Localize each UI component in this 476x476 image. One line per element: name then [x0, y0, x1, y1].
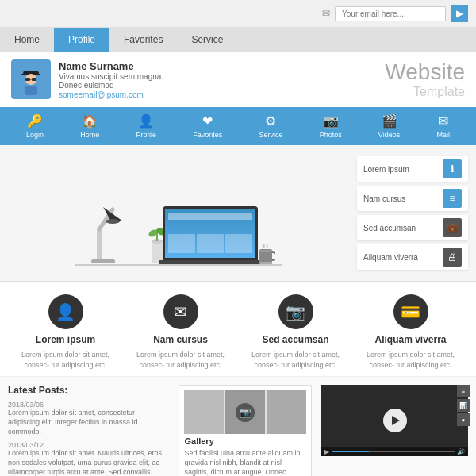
icon-nav-videos[interactable]: 🎬 Videos: [378, 113, 400, 139]
icon-nav-favorites[interactable]: ❤ Favorites: [193, 113, 222, 139]
features-section: 👤 Lorem ipsum Lorem ipsum dolor sit amet…: [0, 282, 476, 376]
video-box: ▶ 🔊: [321, 385, 468, 456]
email-submit-button[interactable]: ▶: [451, 5, 468, 22]
hero-section: Lorem ipsum ℹ Nam cursus ≡ Sed accumsan …: [0, 145, 476, 282]
feature-text-4: Lorem ipsum dolor sit amet, consec- tur …: [359, 350, 463, 370]
feature-text-1: Lorem ipsum dolor sit amet, consec- tur …: [14, 350, 117, 370]
gallery-label: Gallery: [184, 436, 306, 446]
camera-icon: 📷: [323, 113, 339, 129]
icon-nav-profile-label: Profile: [136, 131, 157, 139]
cup-illustration: [258, 244, 275, 265]
icon-nav-favorites-label: Favorites: [193, 131, 222, 139]
screen-top-bar: [168, 213, 252, 220]
feature-title-1: Lorem ipsum: [36, 334, 95, 345]
profile-left: Name Surname Vivamus suscipit sem magna.…: [11, 60, 163, 99]
profile-section: Name Surname Vivamus suscipit sem magna.…: [0, 52, 476, 107]
desk-line: [75, 264, 282, 266]
icon-nav-home-label: Home: [80, 131, 99, 139]
svg-rect-9: [97, 229, 102, 259]
video-controls: ▶ 🔊: [321, 447, 468, 456]
nav-profile[interactable]: Profile: [54, 28, 109, 52]
website-title: Website Template: [385, 60, 465, 99]
hero-sidebar-label-3: Sed accumsan: [363, 224, 439, 232]
hero-sidebar-label-1: Lorem ipsum: [363, 165, 439, 174]
profile-email[interactable]: someemail@ipsum.com: [59, 90, 144, 99]
website-title-main: Website: [385, 60, 465, 85]
screen-block-3: [225, 234, 252, 253]
profile-icon: 👤: [138, 113, 154, 129]
video-side-btn-3[interactable]: ●: [457, 413, 470, 426]
icon-nav: 🔑 Login 🏠 Home 👤 Profile ❤ Favorites ⚙ S…: [0, 107, 476, 145]
feature-title-2: Nam cursus: [153, 334, 208, 345]
hero-sidebar-icon-3: 💼: [443, 218, 462, 237]
hero-sidebar-label-4: Aliquam viverra: [363, 253, 439, 262]
play-button[interactable]: [383, 409, 407, 432]
nav-favorites[interactable]: Favorites: [109, 28, 177, 52]
laptop-screen-inner: [165, 209, 255, 258]
hero-sidebar-item-1[interactable]: Lorem ipsum ℹ: [357, 156, 468, 182]
nav-home[interactable]: Home: [0, 28, 54, 52]
post-text-2: Lorem ipsum dolor sit amet. Mauris ultri…: [8, 449, 167, 476]
volume-icon: 🔊: [457, 448, 465, 455]
feature-lorem-ipsum: 👤 Lorem ipsum Lorem ipsum dolor sit amet…: [14, 294, 117, 370]
email-input[interactable]: [335, 6, 446, 21]
mail-icon: ✉: [438, 113, 448, 129]
heart-icon: ❤: [202, 113, 213, 129]
profile-status: Donec euismod: [59, 81, 163, 90]
svg-rect-8: [91, 259, 115, 263]
feature-nam-cursus: ✉ Nam cursus Lorem ipsum dolor sit amet,…: [129, 294, 232, 370]
icon-nav-photos[interactable]: 📷 Photos: [320, 113, 342, 139]
icon-nav-home[interactable]: 🏠 Home: [80, 113, 99, 139]
gallery-strip-1: [184, 390, 224, 434]
hero-image: [8, 156, 349, 270]
feature-icon-mail: ✉: [163, 294, 198, 329]
hero-sidebar-item-2[interactable]: Nam cursus ≡: [357, 186, 468, 211]
icon-nav-videos-label: Videos: [378, 131, 400, 139]
icon-nav-service[interactable]: ⚙ Service: [259, 113, 282, 139]
svg-rect-5: [32, 78, 36, 81]
key-icon: 🔑: [27, 113, 43, 129]
desk-scene: [75, 182, 282, 270]
icon-nav-login[interactable]: 🔑 Login: [26, 113, 44, 139]
feature-aliquam-viverra: 💳 Aliquam viverra Lorem ipsum dolor sit …: [359, 294, 463, 370]
icon-nav-photos-label: Photos: [320, 131, 342, 139]
home-icon: 🏠: [82, 113, 98, 129]
feature-text-2: Lorem ipsum dolor sit amet, consec- tur …: [129, 350, 232, 370]
svg-point-12: [106, 219, 120, 224]
post-item-2: 2013/03/12 Lorem ipsum dolor sit amet. M…: [8, 441, 167, 476]
gallery-description: Sed facilisi ulna arcu ante aliquam in g…: [184, 449, 306, 476]
feature-title-4: Aliquam viverra: [374, 334, 446, 345]
hero-sidebar: Lorem ipsum ℹ Nam cursus ≡ Sed accumsan …: [357, 156, 468, 270]
hero-sidebar-item-4[interactable]: Aliquam viverra 🖨: [357, 244, 468, 270]
posts-column: Latest Posts: 2013/03/06 Lorem ipsum dol…: [8, 385, 174, 476]
gallery-strip-3: [267, 390, 306, 434]
hero-sidebar-label-2: Nam cursus: [363, 194, 439, 203]
lamp-illustration: [79, 198, 127, 265]
video-side-btn-2[interactable]: 📊: [457, 399, 470, 412]
icon-nav-profile[interactable]: 👤 Profile: [136, 113, 157, 139]
hero-sidebar-icon-2: ≡: [443, 189, 462, 208]
avatar: [11, 60, 51, 99]
progress-fill: [332, 451, 368, 452]
hero-sidebar-icon-1: ℹ: [443, 159, 462, 178]
icon-nav-mail[interactable]: ✉ Mail: [436, 113, 450, 139]
screen-block-1: [168, 234, 195, 253]
post-item-1: 2013/03/06 Lorem ipsum dolor sit amet, c…: [8, 401, 167, 436]
laptop-illustration: [163, 206, 258, 270]
feature-sed-accumsan: 📷 Sed accumsan Lorem ipsum dolor sit ame…: [244, 294, 347, 370]
post-text-1: Lorem ipsum dolor sit amet, consectetur …: [8, 409, 167, 436]
gallery-box: 📷 Gallery Sed facilisi ulna arcu ante al…: [178, 385, 312, 476]
nav-service[interactable]: Service: [177, 28, 237, 52]
feature-icon-camera: 📷: [278, 294, 313, 329]
screen-block-2: [197, 234, 224, 253]
feature-icon-person: 👤: [48, 294, 83, 329]
gallery-image-area: 📷: [184, 390, 306, 434]
feature-text-3: Lorem ipsum dolor sit amet, consec- tur …: [244, 350, 347, 370]
main-nav: Home Profile Favorites Service: [0, 28, 476, 52]
profile-info: Name Surname Vivamus suscipit sem magna.…: [59, 60, 163, 99]
posts-title: Latest Posts:: [8, 385, 167, 396]
post-date-2: 2013/03/12: [8, 441, 167, 449]
hero-sidebar-item-3[interactable]: Sed accumsan 💼: [357, 215, 468, 240]
hero-sidebar-icon-4: 🖨: [443, 248, 462, 267]
video-side-btn-1[interactable]: ≡: [457, 385, 470, 397]
